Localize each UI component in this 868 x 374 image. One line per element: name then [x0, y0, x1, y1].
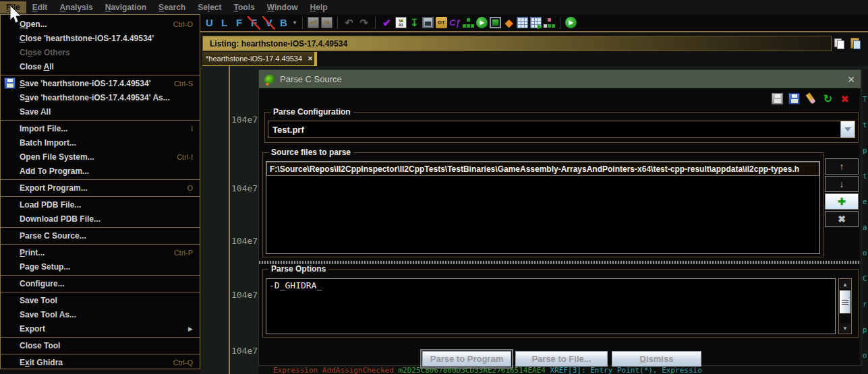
menu-item-import-file[interactable]: Import File...I — [1, 121, 200, 135]
refresh-profile-icon[interactable]: ↻ — [822, 93, 834, 104]
paste-icon[interactable] — [849, 37, 861, 49]
tab-close-icon[interactable]: ✕ — [306, 55, 314, 63]
menu-help[interactable]: Help — [304, 1, 334, 13]
menu-item-close-program[interactable]: Close 'hearthstone-iOS-17.4.49534' — [1, 31, 200, 45]
menu-item-label: Import File... — [20, 124, 67, 133]
run-green-icon[interactable]: ▶ — [476, 17, 488, 28]
menu-item-close-others[interactable]: Close Others — [1, 45, 200, 59]
import-green-icon[interactable]: ↧ — [409, 17, 420, 28]
source-file-list[interactable]: F:\Source\Repos\Il2CppInspector\Il2CppTe… — [266, 161, 820, 254]
clear-code-cf-icon[interactable]: Cƒ — [449, 17, 461, 28]
menu-select[interactable]: Select — [192, 1, 227, 13]
clipped-listing-char: e — [863, 197, 867, 206]
menu-edit[interactable]: Edit — [26, 1, 54, 13]
source-file-row[interactable]: F:\Source\Repos\Il2CppInspector\Il2CppTe… — [266, 162, 819, 176]
menu-window[interactable]: Window — [261, 1, 304, 13]
add-file-button[interactable]: ✚ — [825, 193, 859, 210]
format-function-icon[interactable]: F — [233, 16, 245, 30]
format-label-icon[interactable]: L — [218, 16, 231, 30]
menu-navigation[interactable]: Navigation — [99, 1, 152, 13]
menu-item-configure[interactable]: Configure... — [1, 276, 200, 290]
script-run-icon[interactable]: ▶ — [565, 17, 577, 28]
dialog-close-icon[interactable]: ✕ — [847, 74, 855, 85]
tab-hearthstone[interactable]: *hearthstone-iOS-17.4.49534 ✕ — [202, 52, 317, 66]
menu-item-save-program-as[interactable]: Save 'hearthstone-iOS-17.4.49534' As... — [1, 90, 200, 104]
call-tree-icon[interactable] — [544, 17, 555, 28]
menu-separator — [1, 179, 200, 180]
scroll-down-icon[interactable]: ▼ — [840, 323, 850, 333]
menu-item-label: Close 'hearthstone-iOS-17.4.49534' — [20, 34, 154, 43]
parse-configuration-combobox[interactable]: Test.prf — [268, 121, 855, 138]
memory-map-icon[interactable] — [422, 17, 434, 28]
bytes-dropdown-caret-icon[interactable]: ▾ — [292, 16, 297, 30]
menu-search[interactable]: Search — [152, 1, 192, 13]
options-scrollbar[interactable]: ▲ ▼ — [838, 278, 852, 334]
scroll-up-icon[interactable]: ▲ — [840, 280, 850, 289]
validate-check-icon[interactable]: ✔ — [380, 16, 393, 30]
binary-data-icon[interactable]: 10 01 — [395, 17, 407, 28]
menu-item-shortcut: Ctrl-I — [177, 153, 193, 161]
remove-file-button[interactable]: ✖ — [825, 211, 859, 227]
save-floppy-icon — [4, 77, 16, 89]
parse-options-group: Parse Options -D_GHIDRA_ ▲ ▼ — [262, 269, 859, 338]
memory-in-icon[interactable]: ↩ — [308, 17, 319, 28]
memory-out-icon[interactable]: ↪ — [321, 17, 332, 28]
undo-icon[interactable]: ↶ — [343, 16, 355, 30]
dismiss-button[interactable]: Dismiss — [612, 351, 701, 367]
data-type-folder-icon[interactable]: DT — [436, 17, 447, 28]
menu-item-open-file-system[interactable]: Open File System...Ctrl-I — [1, 150, 200, 164]
menu-item-label: Save 'hearthstone-iOS-17.4.49534' — [20, 79, 150, 88]
parse-to-file-button[interactable]: Parse to File... — [515, 351, 608, 367]
menu-analysis[interactable]: Analysis — [53, 1, 98, 13]
menu-item-open[interactable]: Open...Ctrl-O — [1, 17, 200, 31]
delete-profile-icon[interactable]: ✖ — [839, 93, 850, 104]
menu-separator — [1, 337, 200, 338]
move-down-button[interactable]: ↓ — [825, 176, 859, 192]
save-profile-icon[interactable] — [772, 93, 783, 104]
source-file-path: F:\Source\Repos\Il2CppInspector\Il2CppTe… — [267, 164, 799, 174]
menu-item-save-tool[interactable]: Save Tool — [1, 293, 200, 307]
menu-item-close-tool[interactable]: Close Tool — [1, 338, 200, 352]
menu-item-parse-c-source[interactable]: Parse C Source... — [1, 228, 200, 243]
menu-item-shortcut: Ctrl-O — [173, 20, 193, 28]
combobox-dropdown-button[interactable] — [840, 121, 855, 137]
menu-item-export-tool[interactable]: Export▶ — [1, 321, 200, 336]
function-graph-icon[interactable] — [463, 17, 474, 28]
format-function-off-icon[interactable]: F — [248, 16, 260, 30]
copy-icon[interactable] — [833, 37, 844, 49]
redo-icon[interactable]: ↷ — [357, 16, 370, 30]
clear-profile-icon[interactable] — [803, 91, 819, 107]
table-export-icon[interactable] — [530, 17, 542, 28]
dialog-splitter[interactable] — [259, 261, 861, 264]
menu-item-print[interactable]: Print...Ctrl-P — [1, 245, 200, 259]
menu-item-save-program[interactable]: Save 'hearthstone-iOS-17.4.49534'Ctrl-S — [1, 76, 200, 90]
menu-item-page-setup[interactable]: Page Setup... — [1, 259, 200, 274]
menu-tools[interactable]: Tools — [228, 1, 261, 13]
diamond-marker-icon[interactable]: ◆ — [503, 17, 515, 28]
menu-item-close-all[interactable]: Close All — [1, 59, 200, 73]
menu-item-save-tool-as[interactable]: Save Tool As... — [1, 307, 200, 321]
menu-item-label: Parse C Source... — [20, 231, 86, 241]
memory-chip-icon[interactable] — [490, 17, 501, 28]
parse-to-program-button[interactable]: Parse to Program — [422, 351, 511, 367]
format-underline-icon[interactable]: U — [203, 16, 216, 30]
scrollbar-thumb[interactable] — [840, 290, 850, 313]
menu-item-export-program[interactable]: Export Program...O — [1, 181, 200, 195]
menu-item-label: Configure... — [20, 279, 65, 288]
menu-item-load-pdb[interactable]: Load PDB File... — [1, 197, 200, 212]
format-variable-off-icon[interactable]: V — [262, 16, 275, 30]
menu-item-add-to-program[interactable]: Add To Program... — [1, 164, 200, 178]
table-view-icon[interactable] — [517, 17, 528, 28]
menu-item-batch-import[interactable]: Batch Import... — [1, 135, 200, 150]
format-bytes-icon[interactable]: B — [277, 16, 290, 30]
menu-item-exit-ghidra[interactable]: Exit GhidraCtrl-Q — [1, 355, 200, 369]
menu-item-download-pdb[interactable]: Download PDB File... — [1, 212, 200, 226]
menu-item-save-all[interactable]: Save All — [1, 104, 200, 119]
save-profile-as-icon[interactable] — [788, 93, 800, 104]
menu-item-shortcut: Ctrl-Q — [173, 359, 193, 367]
parse-options-textarea[interactable]: -D_GHIDRA_ — [266, 278, 836, 334]
listing-gutter-divider — [229, 66, 230, 374]
menu-item-shortcut: I — [191, 125, 193, 133]
menu-item-label: Open File System... — [20, 152, 94, 162]
move-up-button[interactable]: ↑ — [825, 158, 859, 175]
